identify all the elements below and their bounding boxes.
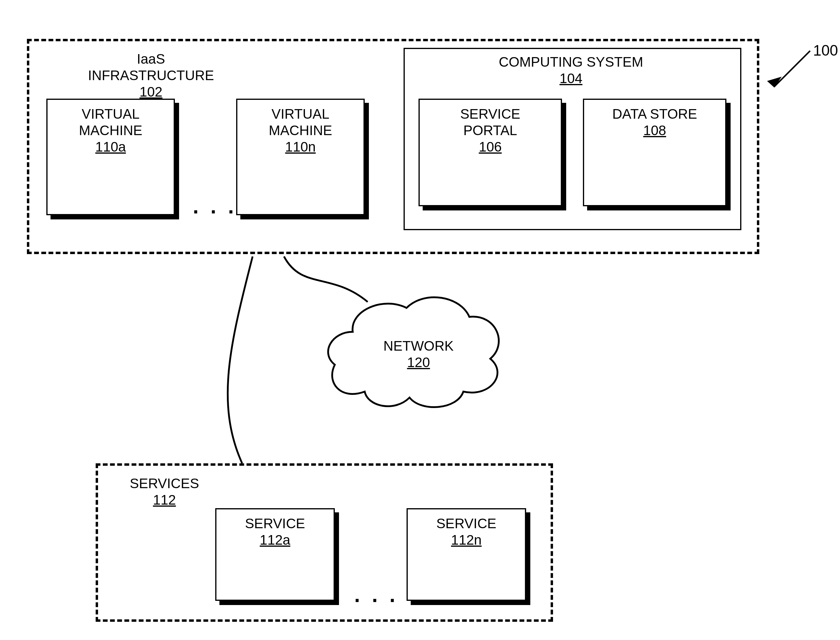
vm-ellipsis: . . . xyxy=(193,194,237,218)
figure-ref-100: 100 xyxy=(813,42,838,59)
service-n-ref: 112n xyxy=(451,532,482,548)
service-a-box: SERVICE 112a xyxy=(215,508,335,601)
computing-title: COMPUTING SYSTEM xyxy=(466,54,675,70)
computing-ref: 104 xyxy=(466,70,675,87)
diagram-canvas: IaaS INFRASTRUCTURE 102 VIRTUAL MACHINE … xyxy=(0,0,840,640)
service-a-title: SERVICE xyxy=(245,515,305,532)
data-store-title: DATA STORE xyxy=(612,106,697,122)
computing-title-block: COMPUTING SYSTEM 104 xyxy=(466,54,675,87)
iaas-title: IaaS INFRASTRUCTURE xyxy=(84,51,218,84)
services-ref: 112 xyxy=(120,492,209,508)
vm-n-ref: 110n xyxy=(285,139,316,155)
service-portal-ref: 106 xyxy=(479,139,502,155)
service-portal-title: SERVICE PORTAL xyxy=(460,106,520,139)
vm-n-title: VIRTUAL MACHINE xyxy=(269,106,332,139)
service-a-ref: 112a xyxy=(260,532,290,548)
services-ellipsis: . . . xyxy=(354,583,398,607)
data-store-ref: 108 xyxy=(643,122,666,138)
services-title-block: SERVICES 112 xyxy=(120,475,209,508)
data-store-box: DATA STORE 108 xyxy=(583,99,726,206)
connector-network-services xyxy=(203,254,338,469)
service-n-title: SERVICE xyxy=(436,515,496,532)
virtual-machine-a-box: VIRTUAL MACHINE 110a xyxy=(46,99,175,215)
virtual-machine-n-box: VIRTUAL MACHINE 110n xyxy=(236,99,365,215)
services-title: SERVICES xyxy=(120,475,209,492)
network-title: NETWORK xyxy=(377,338,460,354)
network-ref: 120 xyxy=(377,354,460,371)
vm-a-title: VIRTUAL MACHINE xyxy=(79,106,142,139)
iaas-ref: 102 xyxy=(84,84,218,100)
service-portal-box: SERVICE PORTAL 106 xyxy=(419,99,562,206)
callout-arrow xyxy=(759,39,819,93)
iaas-title-block: IaaS INFRASTRUCTURE 102 xyxy=(84,51,218,101)
vm-a-ref: 110a xyxy=(95,139,126,155)
service-n-box: SERVICE 112n xyxy=(406,508,526,601)
network-title-block: NETWORK 120 xyxy=(377,338,460,371)
